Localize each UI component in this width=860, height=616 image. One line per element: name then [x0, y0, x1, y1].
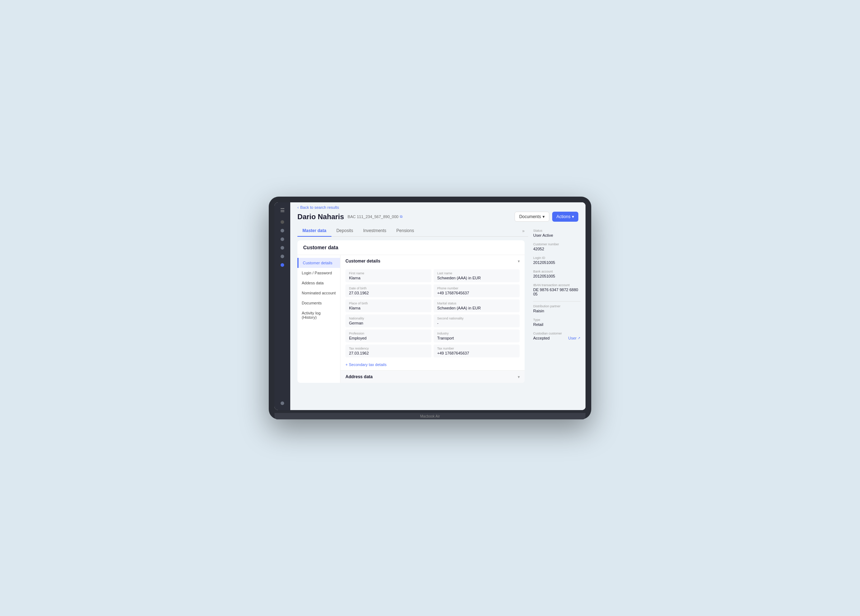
left-nav-activity-log[interactable]: Activity log (History) — [297, 308, 340, 322]
field-dob-value: 27.03.1962 — [349, 291, 428, 295]
iban-label: IBAN transaction account — [533, 283, 581, 287]
left-nav-address-data[interactable]: Addess data — [297, 278, 340, 288]
tab-pensions[interactable]: Pensions — [391, 225, 419, 237]
field-second-nationality-label: Second nationality — [437, 317, 516, 320]
copy-icon[interactable]: ⧉ — [400, 215, 402, 219]
field-place-of-birth: Place of birth Klarna — [345, 299, 432, 312]
field-first-name: First name Klarna — [345, 269, 432, 282]
page-title: Dario Naharis — [297, 213, 344, 221]
distribution-partner-label: Distribution partner — [533, 304, 581, 308]
left-nav-nominated-account[interactable]: Nominated account — [297, 288, 340, 298]
right-sidebar: Status User Active Customer number 42052… — [528, 225, 585, 410]
login-id-label: Login ID — [533, 256, 581, 260]
field-industry-value: Transport — [437, 336, 516, 340]
documents-button-label: Documents — [519, 214, 541, 219]
field-phone-value: +49 17687645637 — [437, 291, 516, 295]
bank-account-label: Bank account — [533, 270, 581, 273]
field-tax-residency: Tax residency 27.03.1962 — [345, 345, 432, 357]
field-dob-label: Date of birth — [349, 287, 428, 290]
documents-chevron-icon: ▾ — [543, 214, 545, 219]
field-tax-residency-value: 27.03.1962 — [349, 351, 428, 355]
field-tax-number-label: Tax number — [437, 347, 516, 350]
field-profession-value: Employed — [349, 336, 428, 340]
field-first-name-label: First name — [349, 271, 428, 275]
address-section-title: Address data — [345, 374, 373, 379]
field-marital-label: Marital status — [437, 301, 516, 305]
address-chevron[interactable]: ▾ — [518, 375, 519, 379]
tabs-more-button[interactable]: » — [518, 226, 528, 237]
nav-dot-3[interactable] — [281, 237, 284, 241]
left-nav-login-password[interactable]: Login / Password — [297, 268, 340, 278]
actions-button[interactable]: Actions ▾ — [552, 212, 578, 222]
laptop-base: Macbook Air — [275, 413, 585, 419]
field-last-name: Last name Schweden (AAA) in EUR — [433, 269, 519, 282]
bank-account-value: 2012051005 — [533, 274, 581, 278]
secondary-tax-link[interactable]: + Secondary tax details — [341, 361, 524, 370]
field-marital-value: Schweden (AAA) in EUR — [437, 306, 516, 310]
address-section-header: Address data ▾ — [341, 370, 524, 383]
field-nationality: Nationality German — [345, 315, 432, 328]
customer-number-label: Customer number — [533, 243, 581, 246]
nav-dot-6[interactable] — [281, 263, 284, 267]
type-label: Type — [533, 318, 581, 321]
field-industry: Industry Transport — [433, 329, 519, 342]
status-block: Status User Active — [533, 229, 581, 237]
field-nationality-label: Nationality — [349, 317, 428, 320]
laptop-notch — [408, 410, 452, 413]
custodian-row: Accepted User ↗ — [533, 336, 581, 340]
tabs-bar: Master data Deposits Investments Pension… — [297, 225, 528, 237]
tab-deposits[interactable]: Deposits — [331, 225, 358, 237]
login-id-value: 2012051005 — [533, 260, 581, 265]
custodian-block: Custodian customer Accepted User ↗ — [533, 332, 581, 340]
customer-details-title: Customer details — [345, 259, 380, 263]
card-title: Customer data — [303, 245, 338, 250]
iban-block: IBAN transaction account DE 9876 6347 98… — [533, 283, 581, 296]
distribution-partner-block: Distribution partner Raisin — [533, 304, 581, 313]
customer-number-value: 42052 — [533, 247, 581, 251]
back-link[interactable]: ‹ Back to search results — [297, 205, 578, 210]
field-phone-label: Phone number — [437, 287, 516, 290]
left-nav-documents[interactable]: Documents — [297, 298, 340, 308]
left-nav: Customer details Login / Password Addess… — [297, 255, 341, 383]
field-date-of-birth: Date of birth 27.03.1962 — [345, 284, 432, 297]
iban-value: DE 9876 6347 9872 6880 05 — [533, 288, 581, 296]
card-body: Customer details Login / Password Addess… — [297, 255, 524, 383]
tab-master-data[interactable]: Master data — [297, 225, 331, 237]
custodian-value: Accepted — [533, 336, 550, 340]
laptop-label: Macbook Air — [420, 414, 440, 418]
nav-dot-1[interactable] — [281, 220, 284, 224]
field-profession-label: Profession — [349, 332, 428, 335]
documents-button[interactable]: Documents ▾ — [515, 212, 549, 222]
nav-dot-4[interactable] — [281, 246, 284, 250]
menu-icon[interactable]: ☰ — [280, 207, 285, 213]
field-last-name-label: Last name — [437, 271, 516, 275]
actions-button-label: Actions — [557, 214, 570, 219]
field-nationality-value: German — [349, 321, 428, 325]
user-link[interactable]: User ↗ — [568, 336, 581, 340]
main-panel: Master data Deposits Investments Pension… — [290, 225, 528, 410]
customer-details-chevron[interactable]: ▾ — [518, 259, 519, 263]
field-tax-residency-label: Tax residency — [349, 347, 428, 350]
field-first-name-value: Klarna — [349, 276, 428, 280]
left-nav-customer-details[interactable]: Customer details — [297, 258, 340, 268]
field-industry-label: Industry — [437, 332, 516, 335]
fields-grid: First name Klarna Last name Schweden (AA… — [341, 267, 524, 361]
back-arrow-icon: ‹ — [297, 205, 299, 210]
tab-investments[interactable]: Investments — [358, 225, 391, 237]
customer-data-card: Customer data Customer details Login / P… — [297, 240, 524, 383]
nav-dot-7[interactable] — [281, 401, 284, 405]
field-second-nationality-value: - — [437, 321, 516, 325]
nav-dot-5[interactable] — [281, 255, 284, 258]
bank-account-block: Bank account 2012051005 — [533, 270, 581, 278]
field-tax-number: Tax number +49 17687645637 — [433, 345, 519, 357]
type-block: Type Retail — [533, 318, 581, 327]
field-second-nationality: Second nationality - — [433, 315, 519, 328]
customer-number-block: Customer number 42052 — [533, 243, 581, 251]
field-marital-status: Marital status Schweden (AAA) in EUR — [433, 299, 519, 312]
actions-chevron-icon: ▾ — [572, 214, 574, 219]
nav-dot-2[interactable] — [281, 229, 284, 232]
details-area: Customer details ▾ First name Klarna — [341, 255, 524, 383]
back-link-text: Back to search results — [300, 205, 339, 210]
field-pob-value: Klarna — [349, 306, 428, 310]
status-value: User Active — [533, 233, 581, 237]
